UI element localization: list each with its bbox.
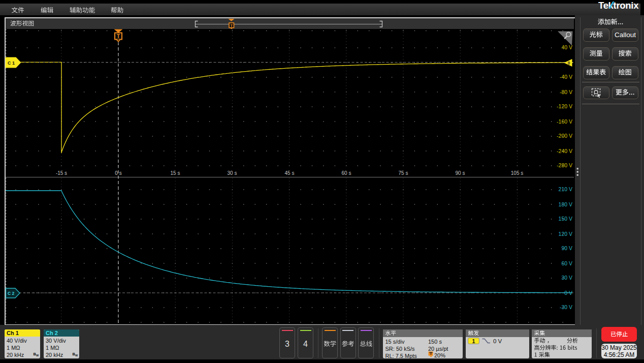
svg-text:C 1: C 1 [8,60,15,66]
svg-text:T: T [230,23,233,28]
svg-text:0: 0 [568,60,570,66]
svg-text:T: T [117,33,120,39]
svg-text:C 2: C 2 [8,291,15,296]
